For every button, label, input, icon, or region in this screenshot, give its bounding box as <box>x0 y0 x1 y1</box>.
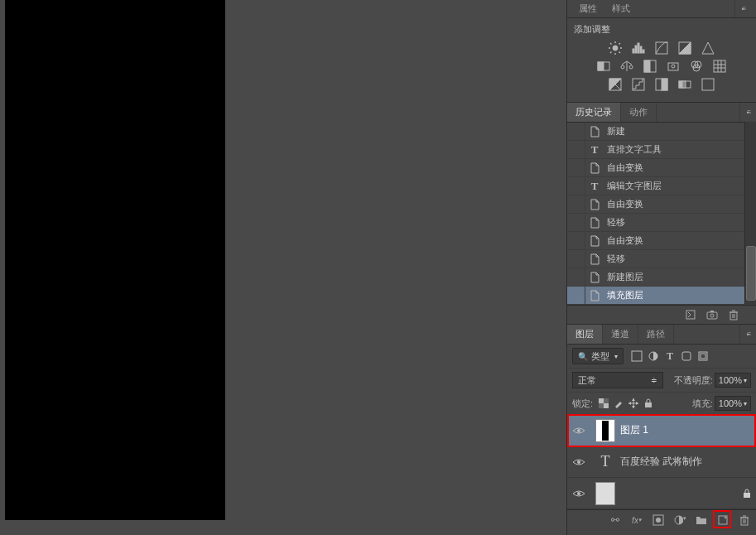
layer-name[interactable]: 百度经验 武将制作 <box>620 455 751 469</box>
history-scrollbar-thumb[interactable] <box>746 246 756 301</box>
history-source-col[interactable] <box>567 287 585 304</box>
canvas-area <box>0 0 566 535</box>
chevron-down-icon: ▾ <box>744 400 747 407</box>
filter-pixel-icon[interactable] <box>630 349 643 363</box>
history-item[interactable]: 自由变换 <box>567 159 756 177</box>
history-source-col[interactable] <box>567 123 585 140</box>
tab-properties[interactable]: 属性 <box>572 0 604 17</box>
exposure-icon[interactable] <box>677 41 692 55</box>
tab-actions[interactable]: 动作 <box>621 103 657 122</box>
filter-shape-icon[interactable] <box>680 349 693 363</box>
tab-styles[interactable]: 样式 <box>605 0 637 17</box>
opacity-value-select[interactable]: 100% ▾ <box>715 373 751 388</box>
lut-icon[interactable] <box>712 59 727 74</box>
layer-row[interactable] <box>567 478 756 509</box>
history-trash-icon[interactable] <box>728 309 739 321</box>
levels-icon[interactable] <box>631 41 646 55</box>
link-icon[interactable]: ⚯ <box>609 513 622 527</box>
history-source-col[interactable] <box>567 141 585 158</box>
fill-label: 填充: <box>692 398 713 410</box>
history-source-col[interactable] <box>567 177 585 195</box>
svg-rect-10 <box>635 46 637 53</box>
posterize-icon[interactable] <box>631 77 646 92</box>
trash-icon[interactable] <box>738 513 751 527</box>
selective-color-icon[interactable] <box>701 77 715 92</box>
tab-channels[interactable]: 通道 <box>603 325 638 344</box>
lock-all-icon[interactable] <box>643 398 654 409</box>
page-step-icon <box>585 217 604 229</box>
hue-icon[interactable] <box>596 59 611 74</box>
history-item[interactable]: 轻移 <box>567 214 756 232</box>
mask-icon[interactable] <box>652 513 665 527</box>
svg-rect-61 <box>645 402 652 407</box>
lock-transparency-icon[interactable] <box>598 398 609 409</box>
history-item[interactable]: 自由变换 <box>567 195 756 214</box>
svg-rect-36 <box>662 79 667 90</box>
history-source-col[interactable] <box>567 195 585 213</box>
create-doc-from-state-icon[interactable] <box>685 309 696 321</box>
opacity-value: 100% <box>719 375 742 385</box>
history-item[interactable]: 新建图层 <box>567 268 756 287</box>
layer-thumbnail[interactable] <box>595 419 615 442</box>
history-source-col[interactable] <box>567 232 585 249</box>
history-item[interactable]: T编辑文字图层 <box>567 177 756 195</box>
layer-name[interactable]: 图层 1 <box>620 423 751 437</box>
filter-smart-icon[interactable] <box>696 349 710 363</box>
visibility-toggle[interactable] <box>567 457 590 467</box>
layer-row[interactable]: T百度经验 武将制作 <box>567 446 756 478</box>
history-item-label: 直排文字工具 <box>604 143 662 156</box>
filter-type-icon[interactable]: T <box>663 349 677 363</box>
lock-position-icon[interactable] <box>628 398 639 409</box>
tab-layers[interactable]: 图层 <box>567 325 603 344</box>
svg-line-7 <box>610 52 612 54</box>
new-layer-icon[interactable] <box>716 513 730 527</box>
vibrance-icon[interactable] <box>701 41 715 55</box>
history-item[interactable]: T直排文字工具 <box>567 141 756 159</box>
fill-value-select[interactable]: 100% ▾ <box>715 396 751 411</box>
filter-type-select[interactable]: 🔍 类型 ▾ <box>572 348 624 364</box>
group-icon[interactable] <box>695 513 708 527</box>
photo-filter-icon[interactable] <box>666 59 681 74</box>
svg-point-62 <box>577 429 580 432</box>
threshold-icon[interactable] <box>654 77 669 92</box>
svg-rect-56 <box>604 403 609 408</box>
history-source-col[interactable] <box>567 268 585 286</box>
document-canvas[interactable] <box>5 0 225 520</box>
history-item-label: 自由变换 <box>604 234 643 247</box>
adjustments-menu-icon[interactable]: ▪≡ <box>734 0 751 17</box>
curves-icon[interactable] <box>654 41 669 55</box>
history-source-col[interactable] <box>567 250 585 268</box>
history-item[interactable]: 自由变换 <box>567 232 756 250</box>
channel-mixer-icon[interactable] <box>689 59 704 74</box>
visibility-toggle[interactable] <box>567 426 590 436</box>
page-step-icon <box>585 162 604 174</box>
layer-thumbnail[interactable] <box>595 482 615 505</box>
svg-rect-58 <box>599 403 604 408</box>
lock-paint-icon[interactable] <box>613 398 624 409</box>
history-scrollbar[interactable] <box>744 122 756 304</box>
bw-icon[interactable] <box>643 59 657 74</box>
history-source-col[interactable] <box>567 214 585 231</box>
layers-menu-icon[interactable]: ▪≡ <box>739 325 756 344</box>
history-item[interactable]: 新建 <box>567 123 756 141</box>
fx-icon[interactable]: fx▾ <box>630 513 643 527</box>
svg-line-5 <box>610 43 612 45</box>
filter-adjustment-icon[interactable] <box>647 349 660 363</box>
tab-paths[interactable]: 路径 <box>638 325 674 344</box>
gradient-map-icon[interactable] <box>677 77 692 92</box>
history-item[interactable]: 填充图层 <box>567 287 756 305</box>
brightness-icon[interactable] <box>608 41 623 55</box>
page-step-icon <box>585 199 604 210</box>
history-source-col[interactable] <box>567 159 585 176</box>
visibility-toggle[interactable] <box>567 489 590 499</box>
history-item[interactable]: 轻移 <box>567 250 756 268</box>
lock-row: 锁定: 填充: 100% ▾ <box>567 393 756 415</box>
invert-icon[interactable] <box>608 77 623 92</box>
history-menu-icon[interactable]: ▪≡ <box>739 103 756 122</box>
tab-history[interactable]: 历史记录 <box>567 103 621 122</box>
blend-mode-select[interactable]: 正常 ≑ <box>572 372 663 388</box>
snapshot-icon[interactable] <box>706 309 718 321</box>
layer-row[interactable]: 图层 1 <box>567 415 756 446</box>
balance-icon[interactable] <box>619 59 634 74</box>
fill-adj-icon[interactable]: ▾ <box>673 513 686 527</box>
